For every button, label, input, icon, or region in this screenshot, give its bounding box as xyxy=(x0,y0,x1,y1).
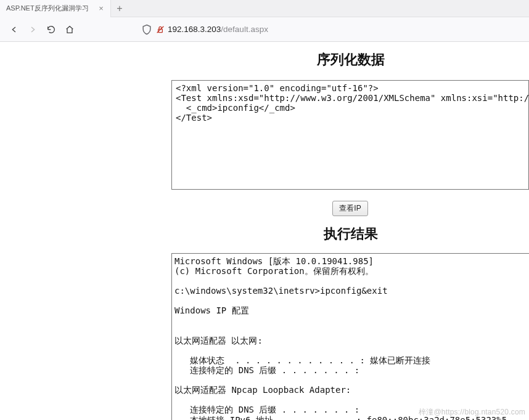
heading-result: 执行结果 xyxy=(173,225,529,243)
tab-title: ASP.NET反序列化漏洞学习 xyxy=(6,4,93,13)
heading-serialize: 序列化数据 xyxy=(173,50,529,69)
url-host: 192.168.3.203 xyxy=(168,25,221,34)
command-output: Microsoft Windows [版本 10.0.19041.985] (c… xyxy=(171,253,529,420)
watermark-text: 梓潼@https://blog.ntan520.com xyxy=(419,407,525,418)
browser-toolbar: 192.168.3.203/default.aspx xyxy=(0,17,529,42)
url-bar[interactable]: 192.168.3.203/default.aspx xyxy=(141,23,524,36)
insecure-lock-icon xyxy=(155,25,165,34)
shield-icon xyxy=(141,23,153,36)
home-button[interactable] xyxy=(60,20,79,39)
new-tab-button[interactable]: + xyxy=(111,0,128,17)
xml-input[interactable] xyxy=(171,80,529,190)
reload-button[interactable] xyxy=(42,20,60,39)
close-icon[interactable]: × xyxy=(97,4,105,13)
browser-tab-active[interactable]: ASP.NET反序列化漏洞学习 × xyxy=(0,0,111,17)
back-button[interactable] xyxy=(5,20,23,39)
lookup-ip-button[interactable]: 查看IP xyxy=(332,201,367,216)
page-content: 序列化数据 查看IP 执行结果 Microsoft Windows [版本 10… xyxy=(0,42,529,420)
forward-button[interactable] xyxy=(23,20,42,39)
url-path: /default.aspx xyxy=(221,25,268,34)
browser-tab-strip: ASP.NET反序列化漏洞学习 × + xyxy=(0,0,529,17)
